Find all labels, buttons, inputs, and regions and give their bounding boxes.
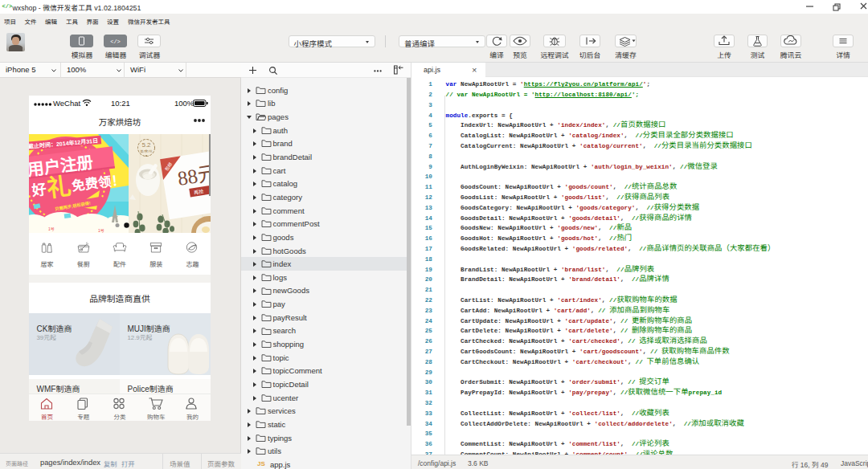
- svg-text:5.2: 5.2: [141, 141, 151, 149]
- svg-text:礼: 礼: [46, 173, 73, 202]
- svg-text:美/食/节: 美/食/节: [140, 149, 153, 153]
- svg-text:1号: 1号: [98, 228, 104, 233]
- svg-text:1号: 1号: [48, 226, 55, 231]
- svg-text:好: 好: [31, 181, 47, 199]
- svg-text:</>: </>: [110, 39, 121, 45]
